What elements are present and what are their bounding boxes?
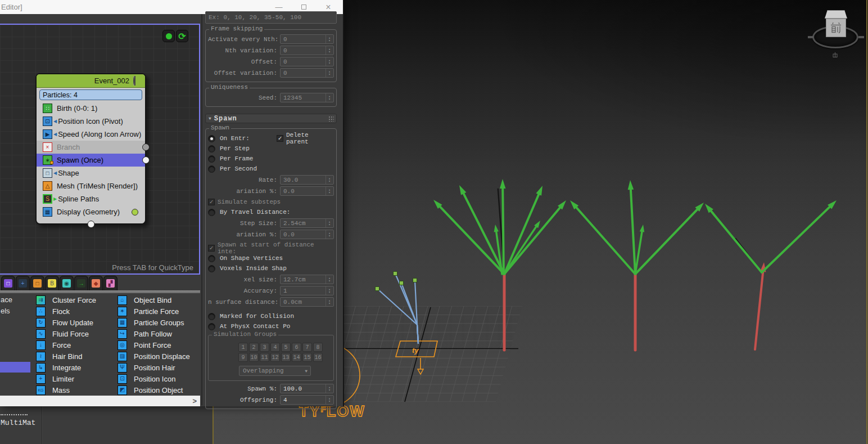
sim-group-button-16[interactable]: 16 — [313, 353, 323, 362]
event-output-connector[interactable] — [142, 143, 150, 151]
spawn-rollout-header[interactable]: ▼ Spawn — [205, 114, 337, 123]
depot-item-position-object[interactable]: ◩Position Object — [117, 384, 183, 396]
value-field[interactable]: 0▴▾ — [280, 57, 334, 66]
depot-tab-7[interactable]: ◆ — [89, 276, 103, 290]
spinner-arrows[interactable]: ▴▾ — [326, 396, 333, 404]
sim-group-button-12[interactable]: 12 — [270, 353, 280, 362]
depot-item-flock[interactable]: ∴Flock — [36, 306, 70, 317]
checkbox-simulate-substeps[interactable]: ✓Simulate substeps — [208, 197, 334, 207]
depot-item-point-force[interactable]: ◎Point Force — [117, 339, 171, 351]
radio-button[interactable] — [208, 165, 215, 173]
sim-group-button-13[interactable]: 13 — [281, 353, 291, 362]
operator-row-spline-paths[interactable]: S▶Spline Paths — [37, 192, 145, 205]
depot-tab-2[interactable]: + — [16, 276, 30, 290]
depot-item-position-hair[interactable]: ΨPosition Hair — [117, 362, 175, 373]
spinner-arrows[interactable]: ▴▾ — [326, 176, 333, 184]
value-field[interactable]: 0▴▾ — [280, 46, 334, 55]
viewcube-front-face[interactable] — [825, 10, 847, 37]
sim-group-button-9[interactable]: 9 — [238, 353, 248, 362]
value-field[interactable]: 4▴▾ — [280, 395, 334, 405]
value-field[interactable]: 12.7cm▴▾ — [280, 275, 334, 284]
value-field[interactable]: 100.0▴▾ — [280, 384, 334, 393]
sim-group-button-3[interactable]: 3 — [260, 343, 269, 352]
radio-button[interactable] — [208, 209, 215, 216]
frames-hint-field[interactable]: Ex: 0, 10, 20, 35-50, 100 — [205, 11, 337, 24]
overlapping-dropdown[interactable]: Overlapping▼ — [239, 366, 311, 376]
operator-row-position-icon-pivot[interactable]: ⊡◀Position Icon (Pivot) — [37, 115, 145, 128]
depot-item-limiter[interactable]: +Limiter — [36, 373, 74, 384]
refresh-button[interactable]: ⟳ — [176, 30, 188, 42]
sim-group-button-11[interactable]: 11 — [260, 353, 269, 362]
depot-item-object-bind[interactable]: ⌂Object Bind — [117, 294, 171, 306]
value-field[interactable]: 0.0▴▾ — [280, 186, 334, 196]
sim-group-button-1[interactable]: 1 — [238, 343, 248, 352]
depot-tab-4[interactable]: B — [45, 276, 59, 290]
depot-item-position-icon[interactable]: ⊡Position Icon — [117, 373, 175, 384]
radio-button[interactable] — [208, 255, 215, 262]
depot-item-position-displace[interactable]: ▨Position Displace — [117, 351, 190, 362]
rollout-grip-icon[interactable] — [328, 116, 334, 122]
depot-tab-8[interactable]: ▞ — [103, 276, 117, 290]
spinner-arrows[interactable]: ▴▾ — [326, 69, 333, 77]
value-field[interactable]: 0.0▴▾ — [280, 230, 334, 239]
depot-tab-5[interactable]: ◉ — [60, 276, 74, 290]
radio-marked-for-collision[interactable]: Marked for Collision — [208, 311, 334, 321]
radio-by-travel-distance[interactable]: By Travel Distance: — [208, 207, 334, 217]
spinner-arrows[interactable]: ▴▾ — [326, 219, 333, 227]
operator-row-shape[interactable]: □◀Shape — [37, 167, 145, 180]
depot-tab-3[interactable]: □ — [30, 276, 44, 290]
checkbox[interactable]: ✓ — [208, 199, 215, 205]
radio-button[interactable] — [208, 155, 215, 163]
operator-row-mesh-trimesh-render[interactable]: △Mesh (TriMesh [Render]) — [37, 180, 145, 192]
depot-item-flow-update[interactable]: ↻Flow Update — [36, 317, 93, 328]
radio-button[interactable] — [208, 265, 215, 272]
value-field[interactable]: 0.0cm▴▾ — [280, 297, 334, 307]
node-graph-canvas[interactable]: ⟳ Event_002 Particles: 4 ∷Birth (0-0: 1)… — [0, 24, 200, 275]
radio-on-entr[interactable]: On Entr:✓Delete parent — [208, 133, 334, 143]
value-field[interactable]: 30.0▴▾ — [280, 175, 334, 185]
sim-group-button-15[interactable]: 15 — [302, 353, 312, 362]
depot-item-path-follow[interactable]: ↪Path Follow — [117, 328, 172, 339]
radio-per-second[interactable]: Per Second — [208, 164, 334, 174]
sim-group-button-8[interactable]: 8 — [313, 343, 323, 352]
operator-row-display-geometry[interactable]: ▦Display (Geometry) — [37, 205, 145, 218]
depot-item-force[interactable]: ↓Force — [36, 339, 71, 351]
depot-item-integrate[interactable]: ↳Integrate — [36, 362, 81, 373]
viewcube[interactable] — [810, 8, 862, 60]
value-field[interactable]: 2.54cm▴▾ — [280, 218, 334, 228]
value-field[interactable]: 1▴▾ — [280, 286, 334, 295]
spinner-arrows[interactable]: ▴▾ — [326, 298, 333, 306]
depot-item-fluid-force[interactable]: ∿Fluid Force — [36, 328, 89, 339]
depot-tab-6[interactable]: → — [74, 276, 88, 290]
sim-group-button-7[interactable]: 7 — [302, 343, 312, 352]
operator-row-spawn-once[interactable]: ∗Spawn (Once) — [37, 154, 145, 167]
radio-on-shape-vertices[interactable]: On Shape Vertices — [208, 253, 334, 263]
depot-item-partial[interactable]: ace — [1, 295, 12, 304]
depot-selected-row[interactable] — [0, 362, 30, 373]
depot-item-particle-force[interactable]: ✶Particle Force — [117, 306, 179, 317]
radio-voxels-inside-shap[interactable]: Voxels Inside Shap — [208, 263, 334, 273]
spinner-arrows[interactable]: ▴▾ — [326, 57, 333, 66]
value-field[interactable]: 12345▴▾ — [280, 93, 334, 102]
depot-item-particle-groups[interactable]: ▦Particle Groups — [117, 317, 184, 328]
event-node[interactable]: Event_002 Particles: 4 ∷Birth (0-0: 1)⊡◀… — [35, 73, 146, 225]
spinner-arrows[interactable]: ▴▾ — [326, 93, 333, 102]
viewcube-top-face[interactable] — [825, 10, 847, 19]
depot-tab-1[interactable]: □ — [1, 276, 15, 290]
event-node-header[interactable]: Event_002 — [37, 74, 145, 88]
radio-at-physx-contact-po[interactable]: At PhysX Contact Po — [208, 321, 334, 331]
sim-group-button-6[interactable]: 6 — [292, 343, 301, 352]
checkbox-spawn-at-start-of-distance-inte[interactable]: ✓Spawn at start of distance inte: — [208, 243, 334, 253]
depot-item-partial[interactable]: els — [1, 307, 10, 315]
sim-group-button-14[interactable]: 14 — [292, 353, 301, 362]
sim-group-button-2[interactable]: 2 — [249, 343, 259, 352]
depot-item-mass[interactable]: KGMass — [36, 384, 70, 396]
value-field[interactable]: 0▴▾ — [280, 34, 334, 44]
radio-per-step[interactable]: Per Step — [208, 143, 334, 154]
radio-per-frame[interactable]: Per Frame — [208, 154, 334, 164]
spinner-arrows[interactable]: ▴▾ — [326, 187, 333, 195]
operator-row-birth-0-0-1[interactable]: ∷Birth (0-0: 1) — [37, 102, 145, 115]
operator-row-speed-along-icon-arrow[interactable]: ▶◀Speed (Along Icon Arrow) — [37, 128, 145, 141]
checkbox[interactable]: ✓ — [277, 135, 283, 142]
spinner-arrows[interactable]: ▴▾ — [326, 384, 333, 393]
